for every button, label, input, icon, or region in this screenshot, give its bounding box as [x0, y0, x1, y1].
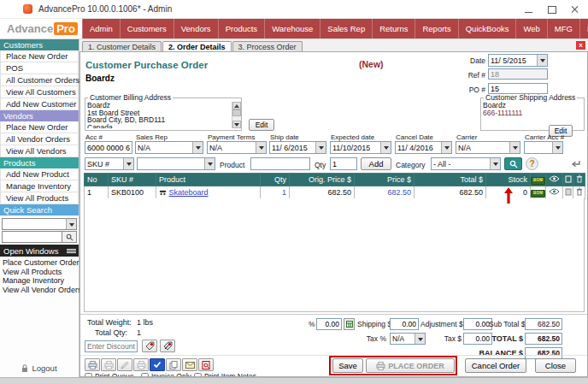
- tab-order-details[interactable]: 2. Order Details: [162, 41, 232, 51]
- billing-address-listbox[interactable]: Boardz 1st Board Street Board City, BD, …: [85, 102, 241, 128]
- sidebar-item-view-all-products[interactable]: View All Products: [0, 192, 79, 204]
- menu-products[interactable]: Products: [219, 19, 266, 38]
- cancel-date-select[interactable]: 11/ 4/2016: [395, 141, 452, 154]
- approve-order-button[interactable]: [150, 358, 165, 371]
- add-product-button[interactable]: Add: [361, 157, 391, 170]
- tab-process-order[interactable]: 3. Process Order: [232, 41, 303, 51]
- maximize-icon[interactable]: [547, 5, 556, 14]
- recalculate-button[interactable]: [344, 318, 355, 330]
- carrier-select[interactable]: N/A: [456, 141, 520, 154]
- sku-value-select[interactable]: [137, 157, 215, 170]
- menu-customers[interactable]: Customers: [121, 19, 174, 38]
- discount-input[interactable]: [85, 340, 138, 352]
- bom-icon[interactable]: BOM: [531, 190, 545, 198]
- sidebar-item-manage-inventory[interactable]: Manage Inventory: [0, 180, 79, 192]
- expected-date-select[interactable]: 11/10/2015: [330, 141, 391, 154]
- sidebar-item-vendor-place-new-order[interactable]: Place New Order: [0, 121, 79, 133]
- scroll-down-icon[interactable]: [232, 121, 241, 128]
- menu-vendors[interactable]: Vendors: [174, 19, 219, 38]
- menu-web[interactable]: Web: [516, 19, 547, 38]
- product-search-field[interactable]: [250, 157, 310, 170]
- col-view: [546, 174, 563, 186]
- quick-search-select[interactable]: [2, 218, 77, 230]
- edit-billing-button[interactable]: Edit: [249, 119, 274, 131]
- sidebar-item-add-new-product[interactable]: Add New Product: [0, 168, 79, 180]
- window-list-icon[interactable]: [67, 249, 76, 253]
- scroll-up-icon[interactable]: [232, 102, 241, 109]
- quick-search-button[interactable]: [62, 231, 77, 243]
- menu-quickbooks[interactable]: QuickBooks: [459, 19, 517, 38]
- sidebar-item-pos[interactable]: POS: [0, 62, 79, 74]
- sidebar-item-all-customer-orders[interactable]: All Customer Orders: [0, 74, 79, 86]
- close-tab-button[interactable]: x: [576, 41, 585, 50]
- print-packing-slip-button[interactable]: [133, 358, 149, 371]
- open-window-place-customer-order[interactable]: Place Customer Order: [3, 258, 79, 268]
- acc-number-field[interactable]: [85, 141, 132, 154]
- shipping-input[interactable]: [390, 318, 419, 330]
- sidebar-item-view-all-vendors[interactable]: View All Vendors: [0, 145, 79, 157]
- adjustment-input[interactable]: [463, 318, 492, 330]
- order-date-select[interactable]: 11/ 5/2015: [488, 54, 548, 67]
- open-window-manage-inventory[interactable]: Manage Inventory: [3, 276, 79, 286]
- trash-icon: [576, 174, 583, 183]
- sales-rep-select[interactable]: N/A: [135, 141, 203, 154]
- tax-percent-select[interactable]: N/A: [390, 333, 426, 345]
- box-icon[interactable]: [565, 188, 572, 196]
- sidebar-item-place-new-order[interactable]: Place New Order: [0, 50, 79, 62]
- menu-sales-rep[interactable]: Sales Rep: [320, 19, 373, 38]
- search-icon: [66, 233, 74, 241]
- apply-discount-percent-button[interactable]: [160, 340, 175, 352]
- open-window-view-all-vendor-orders[interactable]: View All Vendor Orders: [3, 286, 79, 295]
- duplicate-order-button[interactable]: [166, 358, 181, 371]
- sidebar-item-all-vendor-orders[interactable]: All Vendor Orders: [0, 133, 79, 145]
- tab-customer-details[interactable]: 1. Customer Details: [82, 41, 162, 51]
- cell-delete: [573, 186, 585, 199]
- menu-mcr[interactable]: MCR: [580, 19, 588, 38]
- printer-icon: [376, 362, 385, 370]
- search-go-button[interactable]: [504, 157, 522, 170]
- apply-discount-amount-button[interactable]: [142, 340, 157, 352]
- close-button[interactable]: Close: [535, 358, 576, 373]
- menu-warehouse[interactable]: Warehouse: [265, 19, 320, 38]
- printer-icon: [104, 361, 114, 369]
- edit-notes-button[interactable]: [117, 358, 132, 371]
- print-order-button[interactable]: [85, 358, 100, 371]
- cancel-order-button[interactable]: Cancel Order: [465, 358, 526, 373]
- title-bar: AdvancePro 10.00.0.1006* - Admin: [0, 0, 588, 19]
- ship-date-select[interactable]: 11/ 6/2015: [269, 141, 326, 154]
- print-invoice-button[interactable]: [101, 358, 116, 371]
- col-sku: SKU #: [109, 174, 156, 186]
- product-link[interactable]: Skateboard: [169, 188, 209, 197]
- chevron-down-icon: [415, 334, 425, 344]
- trash-icon[interactable]: [576, 187, 583, 196]
- save-button[interactable]: Save: [332, 358, 363, 373]
- menu-returns[interactable]: Returns: [373, 19, 415, 38]
- scrollbar-thumb[interactable]: [232, 109, 241, 116]
- quick-search-input[interactable]: [2, 231, 62, 243]
- payment-terms-select[interactable]: N/A: [207, 141, 267, 154]
- carrier-acc-select[interactable]: [524, 141, 563, 154]
- qty-field[interactable]: [330, 157, 357, 170]
- logout-button[interactable]: Logout: [0, 363, 79, 373]
- sidebar-item-view-all-customers[interactable]: View All Customers: [0, 86, 79, 98]
- sidebar-item-add-new-customer[interactable]: Add New Customer: [0, 98, 79, 110]
- eye-icon[interactable]: [549, 188, 560, 195]
- category-select[interactable]: - All -: [431, 157, 501, 170]
- menu-reports[interactable]: Reports: [415, 19, 458, 38]
- menu-mfg[interactable]: MFG: [548, 19, 580, 38]
- product-help-icon[interactable]: ?: [526, 157, 538, 170]
- pencil-icon: [121, 361, 129, 369]
- order-report-button[interactable]: [198, 358, 214, 371]
- place-order-button[interactable]: PLACE ORDER: [366, 358, 455, 373]
- close-window-icon[interactable]: [570, 5, 579, 14]
- percent-input[interactable]: [316, 318, 342, 330]
- chevron-down-icon: [537, 55, 547, 66]
- email-order-button[interactable]: [182, 358, 197, 371]
- billing-scrollbar[interactable]: [232, 102, 241, 128]
- menu-admin[interactable]: Admin: [82, 19, 121, 38]
- sku-mode-select[interactable]: SKU #: [85, 157, 134, 170]
- return-icon[interactable]: [571, 160, 581, 169]
- minimize-icon[interactable]: [524, 5, 533, 14]
- open-window-view-all-products[interactable]: View All Products: [3, 268, 79, 277]
- billing-address-line: Canada: [87, 124, 241, 128]
